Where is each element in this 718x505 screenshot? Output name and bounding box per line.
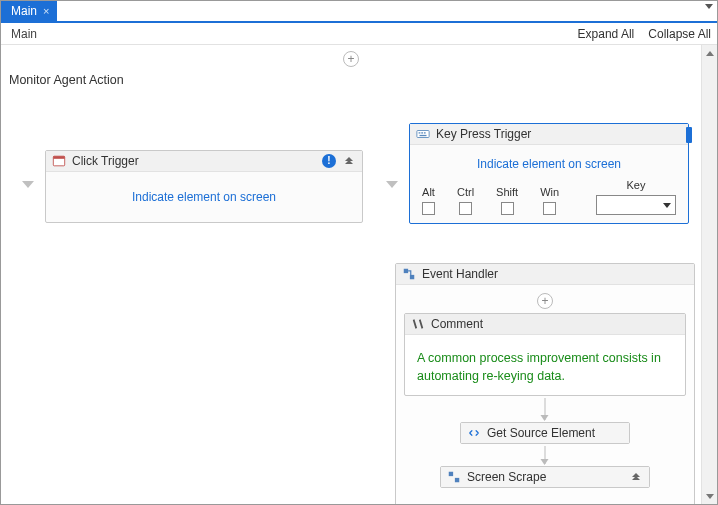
indicate-element-link[interactable]: Indicate element on screen bbox=[420, 157, 678, 171]
collapse-all-button[interactable]: Collapse All bbox=[648, 27, 711, 41]
modifier-win: Win bbox=[540, 186, 559, 215]
flow-arrow-icon bbox=[545, 446, 546, 464]
add-activity-icon[interactable]: + bbox=[537, 293, 553, 309]
section-title: Monitor Agent Action bbox=[9, 73, 124, 87]
selection-handle[interactable] bbox=[686, 127, 692, 143]
key-label: Key bbox=[627, 179, 646, 191]
validation-info-icon[interactable]: ! bbox=[322, 154, 336, 168]
scroll-up-icon[interactable] bbox=[702, 45, 717, 61]
get-source-element-title: Get Source Element bbox=[487, 426, 595, 440]
modifier-row: Alt Ctrl Shift Win bbox=[410, 175, 688, 223]
comment-activity[interactable]: Comment A common process improvement con… bbox=[404, 313, 686, 396]
modifier-shift-label: Shift bbox=[496, 186, 518, 198]
calendar-icon bbox=[52, 154, 66, 168]
key-dropdown[interactable] bbox=[596, 195, 676, 215]
add-activity-icon[interactable]: + bbox=[343, 51, 359, 67]
scrape-icon bbox=[447, 470, 461, 484]
scroll-down-icon[interactable] bbox=[702, 488, 717, 504]
workflow-canvas[interactable]: + Monitor Agent Action Click Trigger ! bbox=[1, 45, 701, 504]
screen-scrape-activity[interactable]: Screen Scrape bbox=[440, 466, 650, 488]
comment-icon bbox=[411, 317, 425, 331]
svg-rect-2 bbox=[417, 131, 429, 138]
svg-rect-5 bbox=[424, 132, 426, 133]
modifier-shift-checkbox[interactable] bbox=[501, 202, 514, 215]
event-handler-title: Event Handler bbox=[422, 267, 498, 281]
expand-all-button[interactable]: Expand All bbox=[578, 27, 635, 41]
chevron-down-icon bbox=[22, 181, 34, 188]
top-insert-row: + bbox=[1, 51, 701, 67]
workflow-canvas-wrap: + Monitor Agent Action Click Trigger ! bbox=[1, 45, 717, 504]
event-handler-activity[interactable]: Event Handler + Comment A common process… bbox=[395, 263, 695, 504]
modifier-win-label: Win bbox=[540, 186, 559, 198]
tab-overflow-caret-icon[interactable] bbox=[705, 4, 713, 9]
modifier-ctrl-label: Ctrl bbox=[457, 186, 474, 198]
event-handler-header: Event Handler bbox=[396, 264, 694, 285]
collapse-icon[interactable] bbox=[629, 470, 643, 484]
click-trigger-title: Click Trigger bbox=[72, 154, 139, 168]
modifier-alt-label: Alt bbox=[422, 186, 435, 198]
svg-rect-9 bbox=[449, 472, 453, 476]
key-press-trigger-title: Key Press Trigger bbox=[436, 127, 531, 141]
tab-strip: Main × bbox=[1, 1, 717, 23]
chevron-down-icon bbox=[386, 181, 398, 188]
breadcrumb-bar: Main Expand All Collapse All bbox=[1, 23, 717, 45]
svg-rect-8 bbox=[410, 275, 414, 279]
svg-rect-10 bbox=[455, 478, 459, 482]
get-source-element-activity[interactable]: Get Source Element bbox=[460, 422, 630, 444]
flow-arrow-icon bbox=[545, 398, 546, 420]
svg-rect-6 bbox=[420, 135, 427, 136]
element-icon bbox=[467, 426, 481, 440]
key-column: Key bbox=[596, 179, 676, 215]
svg-rect-7 bbox=[404, 269, 408, 273]
click-trigger-activity[interactable]: Click Trigger ! Indicate element on scre… bbox=[45, 150, 363, 223]
key-press-trigger-header: Key Press Trigger bbox=[410, 124, 688, 145]
comment-header: Comment bbox=[405, 314, 685, 335]
vertical-scrollbar[interactable] bbox=[701, 45, 717, 504]
svg-rect-3 bbox=[419, 132, 421, 133]
keyboard-icon bbox=[416, 127, 430, 141]
breadcrumb[interactable]: Main bbox=[11, 27, 37, 41]
modifier-alt: Alt bbox=[422, 186, 435, 215]
collapse-icon[interactable] bbox=[342, 154, 356, 168]
modifier-ctrl: Ctrl bbox=[457, 186, 474, 215]
svg-rect-4 bbox=[421, 132, 423, 133]
get-source-element-header: Get Source Element bbox=[461, 423, 629, 443]
key-press-trigger-activity[interactable]: Key Press Trigger Indicate element on sc… bbox=[409, 123, 689, 224]
sequence-connector-icon bbox=[19, 175, 37, 193]
modifier-alt-checkbox[interactable] bbox=[422, 202, 435, 215]
modifier-ctrl-checkbox[interactable] bbox=[459, 202, 472, 215]
click-trigger-header: Click Trigger ! bbox=[46, 151, 362, 172]
screen-scrape-title: Screen Scrape bbox=[467, 470, 546, 484]
modifier-win-checkbox[interactable] bbox=[543, 202, 556, 215]
designer-window: Main × Main Expand All Collapse All + Mo… bbox=[0, 0, 718, 505]
tab-main[interactable]: Main × bbox=[1, 1, 57, 21]
indicate-element-link[interactable]: Indicate element on screen bbox=[56, 190, 352, 204]
handler-icon bbox=[402, 267, 416, 281]
comment-title: Comment bbox=[431, 317, 483, 331]
dropdown-caret-icon bbox=[663, 203, 671, 208]
sequence-connector-icon bbox=[383, 175, 401, 193]
svg-rect-1 bbox=[53, 156, 64, 159]
modifier-shift: Shift bbox=[496, 186, 518, 215]
comment-text: A common process improvement consists in… bbox=[415, 343, 675, 387]
tab-title: Main bbox=[11, 4, 37, 18]
screen-scrape-header: Screen Scrape bbox=[441, 467, 649, 487]
tab-close-icon[interactable]: × bbox=[43, 6, 49, 17]
